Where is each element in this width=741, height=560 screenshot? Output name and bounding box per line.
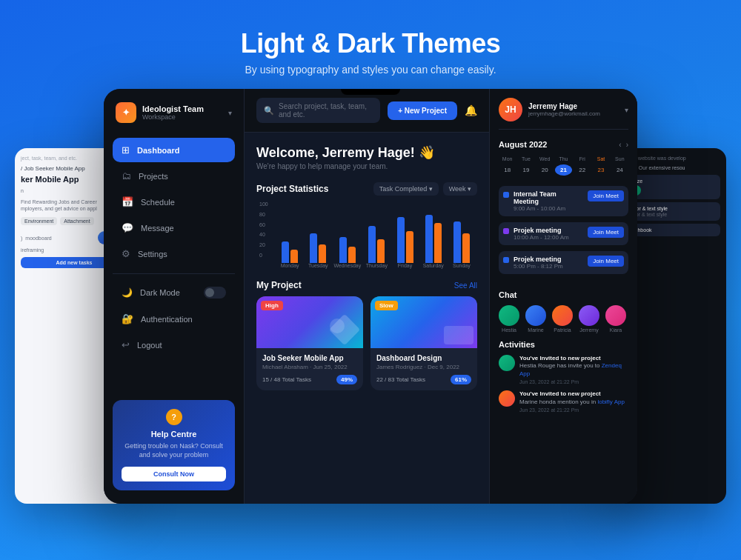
sidebar-item-message[interactable]: 💬 Message [113, 216, 235, 240]
chat-user-marine[interactable]: Marine [525, 305, 546, 333]
bar-saturday-blue [425, 215, 433, 263]
bar-tuesday-blue [310, 233, 317, 263]
chat-user-patricia[interactable]: Patricia [552, 305, 573, 333]
new-project-button[interactable]: + New Project [388, 101, 457, 120]
schedule-icon: 📅 [122, 196, 133, 207]
join-meet-button[interactable]: Join Meet [588, 227, 624, 238]
activity-item: You've Invited to new project Marine hon… [499, 390, 628, 413]
sidebar-item-logout[interactable]: ↩ Logout [113, 333, 235, 357]
dark-mode-row[interactable]: 🌙 Dark Mode [113, 280, 235, 305]
calendar-prev-button[interactable]: ‹ [619, 141, 621, 149]
help-desc: Getting trouble on Nask? Consult and sol… [122, 441, 226, 460]
user-email: jerrymhage@workmail.com [528, 110, 600, 117]
sidebar-item-label: Dashboard [137, 146, 179, 155]
cal-day-header: Mon [499, 155, 516, 163]
chart-bars: Monday Tuesday [277, 201, 474, 268]
project-card[interactable]: High Job Seeker Mobile App Michael Abrah… [256, 296, 363, 390]
chat-user-hestia[interactable]: Hestia [499, 305, 519, 333]
logout-icon: ↩ [122, 339, 130, 350]
card-title: Dashboard Design [376, 354, 471, 362]
event-dot [503, 228, 509, 234]
settings-icon: ⚙ [122, 248, 130, 259]
tablet-device: ✦ Ideologist Team Workspace ▾ ⊞ Dashboar… [104, 89, 637, 504]
cal-day-header: Wed [536, 155, 554, 163]
y-label: 100 [259, 201, 276, 207]
welcome-title: Welcome, Jerremy Hage! 👋 [256, 144, 477, 161]
avatar [499, 390, 515, 407]
activity-text: You've Invited to new project [519, 390, 625, 398]
project-card[interactable]: Slow Dashboard Design James Rodriguez · … [370, 296, 477, 390]
cal-day[interactable]: 24 [611, 164, 628, 176]
sidebar-item-schedule[interactable]: 📅 Schedule [113, 190, 235, 214]
card-title: Job Seeker Mobile App [262, 354, 357, 362]
activity-item: You've Invited to new project Hestia Rou… [499, 355, 628, 384]
cal-day-header: Sat [592, 155, 609, 163]
brand-icon: ✦ [116, 102, 136, 123]
consult-now-button[interactable]: Consult Now [122, 467, 226, 481]
calendar-next-button[interactable]: › [626, 141, 628, 149]
y-label: 80 [259, 212, 276, 217]
x-label-thursday: Thursday [366, 263, 388, 268]
help-title: Help Centre [122, 430, 226, 439]
avatar [552, 305, 573, 326]
calendar-section: August 2022 ‹ › Mon Tue Wed Thu Fri Sat … [499, 140, 628, 176]
sidebar-item-settings[interactable]: ⚙ Settings [113, 241, 235, 266]
activity-text: You've Invited to new project [519, 355, 628, 362]
sidebar-item-projects[interactable]: 🗂 Projects [113, 164, 235, 188]
chart-container: 100 80 60 40 20 0 [256, 201, 477, 268]
bar-saturday-orange [434, 223, 442, 263]
event-time: 5:00 Pm - 8:12 Pm [514, 263, 583, 270]
activity-detail: Hestia Rouge has invite you to Zendeq Ap… [519, 362, 628, 378]
bar-sunday-orange [462, 233, 470, 263]
card-tasks: 22 / 83 Total Tasks [376, 376, 425, 383]
brand-sub: Workspace [142, 113, 222, 121]
chat-title: Chat [499, 290, 628, 299]
dark-mode-toggle[interactable] [204, 287, 226, 299]
bar-wednesday-blue [339, 237, 347, 263]
event-title: Projek meeting [514, 227, 583, 234]
cal-day[interactable]: 20 [536, 164, 554, 176]
bar-sunday-blue [453, 221, 461, 263]
avatar-name: Patricia [552, 327, 573, 333]
bar-tuesday-orange [319, 244, 326, 263]
user-name: Jerremy Hage [528, 102, 600, 110]
task-filter-button[interactable]: Task Completed ▾ [373, 182, 439, 196]
sidebar-item-auth[interactable]: 🔐 Authentication [113, 307, 235, 331]
sidebar-item-label: Schedule [141, 198, 175, 207]
card-meta: James Rodriguez · Dec 9, 2022 [376, 364, 471, 370]
cal-day[interactable]: 19 [517, 164, 534, 176]
sidebar-item-label: Settings [138, 250, 167, 259]
search-box[interactable]: 🔍 Search project, task, team, and etc. [256, 98, 380, 123]
cal-day[interactable]: 22 [574, 164, 591, 176]
page-header: Light & Dark Themes By using typography … [0, 0, 741, 84]
sidebar-brand[interactable]: ✦ Ideologist Team Workspace ▾ [113, 102, 235, 123]
cal-day[interactable]: 18 [499, 164, 516, 176]
moon-icon: 🌙 [122, 287, 133, 298]
help-badge: ? [166, 409, 182, 425]
welcome-section: Welcome, Jerremy Hage! 👋 We're happy to … [245, 133, 489, 176]
week-filter-button[interactable]: Week ▾ [443, 182, 477, 196]
main-content: 🔍 Search project, task, team, and etc. +… [245, 89, 489, 504]
dark-mode-label: Dark Mode [140, 288, 196, 297]
join-meet-button[interactable]: Join Meet [588, 190, 624, 201]
chat-user-jerremy[interactable]: Jerremy [579, 305, 599, 333]
user-profile: JH Jerremy Hage jerrymhage@workmail.com … [499, 98, 628, 130]
avatar-name: Hestia [499, 327, 519, 333]
sidebar-item-dashboard[interactable]: ⊞ Dashboard [113, 138, 235, 162]
x-label-saturday: Saturday [423, 263, 444, 268]
bar-thursday-blue [368, 226, 376, 263]
cal-day-today[interactable]: 21 [555, 164, 572, 176]
notification-icon[interactable]: 🔔 [465, 104, 477, 116]
event-item: Projek meeting 10:00 Am - 12:00 Am Join … [499, 222, 628, 245]
search-icon: 🔍 [264, 106, 274, 116]
x-label-wednesday: Wednesday [333, 263, 361, 268]
join-meet-button[interactable]: Join Meet [588, 256, 624, 267]
cal-day[interactable]: 23 [592, 164, 609, 176]
calendar-grid: Mon Tue Wed Thu Fri Sat Sun 18 19 20 21 … [499, 155, 628, 176]
see-all-link[interactable]: See All [454, 281, 477, 290]
card-tasks: 15 / 48 Total Tasks [262, 376, 311, 383]
cal-day-header: Sun [611, 155, 628, 163]
right-panel: JH Jerremy Hage jerrymhage@workmail.com … [489, 89, 637, 504]
chat-user-kiara[interactable]: Kiara [605, 305, 626, 333]
cal-day-header: Thu [555, 155, 572, 163]
